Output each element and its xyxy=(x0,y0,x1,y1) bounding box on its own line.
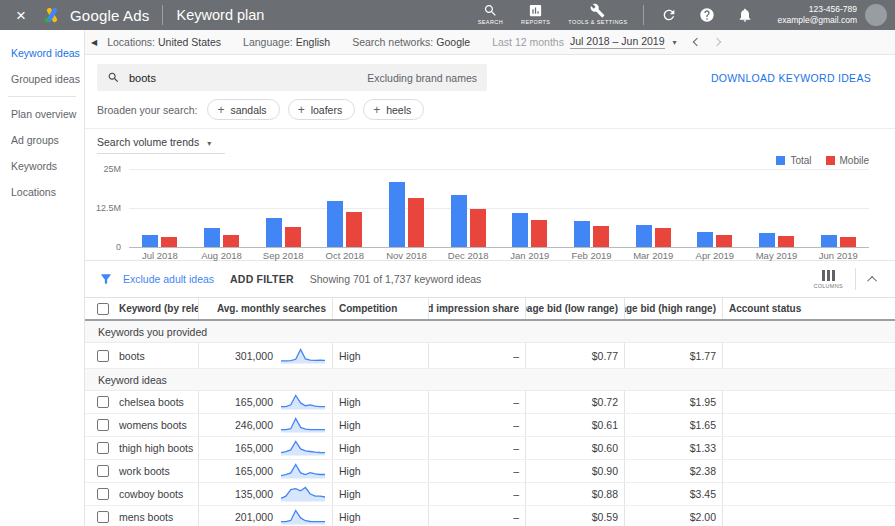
searches-value: 201,000 xyxy=(205,511,273,523)
tools-settings-label: TOOLS & SETTINGS xyxy=(568,19,627,26)
sidebar-item-keywords[interactable]: Keywords xyxy=(0,153,84,179)
column-header-top-of-page-bid-low-range-[interactable]: Top of page bid (low range) xyxy=(526,298,625,319)
account-status-cell xyxy=(723,437,895,459)
notifications-button[interactable] xyxy=(732,7,758,23)
row-select-cell xyxy=(85,437,113,459)
filter-icon[interactable] xyxy=(99,272,113,286)
bar-group-sep-2018 xyxy=(252,169,314,247)
setting-locations[interactable]: Locations:United States xyxy=(107,36,221,48)
keyword-search-input[interactable]: boots Excluding brand names xyxy=(97,64,487,91)
column-header-avg-monthly-searches[interactable]: Avg. monthly searches xyxy=(199,298,333,319)
bar-group-jun-2019 xyxy=(807,169,869,247)
sidebar-item-locations[interactable]: Locations xyxy=(0,179,84,205)
total-bar xyxy=(574,221,590,247)
previous-period-icon[interactable] xyxy=(692,38,700,46)
bid-low-cell: $0.60 xyxy=(526,437,625,459)
ad-impression-share-cell: – xyxy=(429,437,526,459)
broaden-chip-heels[interactable]: +heels xyxy=(363,99,424,120)
select-all-cell xyxy=(85,298,113,319)
collapse-panel-icon[interactable]: ◀ xyxy=(91,38,97,47)
column-header-keyword-by-relevance-[interactable]: Keyword (by relevance)↓ xyxy=(113,298,199,319)
avatar[interactable] xyxy=(865,4,887,26)
setting-search-networks[interactable]: Search networks:Google xyxy=(352,36,470,48)
sidebar-item-ad-groups[interactable]: Ad groups xyxy=(0,127,84,153)
account-email: example@gmail.com xyxy=(778,15,858,26)
x-axis-label: Apr 2019 xyxy=(684,250,746,261)
legend-item-total[interactable]: Total xyxy=(776,155,811,166)
sidebar-item-grouped-ideas[interactable]: Grouped ideas xyxy=(0,66,84,92)
mobile-bar xyxy=(531,220,547,247)
refresh-icon xyxy=(661,7,677,23)
sparkline-chart xyxy=(280,508,326,526)
column-header-ad-impression-share[interactable]: Ad impression share xyxy=(429,298,526,319)
column-header-competition[interactable]: Competition xyxy=(333,298,429,319)
row-checkbox[interactable] xyxy=(97,488,109,500)
collapse-chart-icon[interactable] xyxy=(867,275,877,285)
bid-low-cell: $0.59 xyxy=(526,506,625,526)
search-volume-trends-section: Search volume trends▾ TotalMobile 25M12.… xyxy=(85,129,895,261)
showing-count-text: Showing 701 of 1,737 keyword ideas xyxy=(310,273,482,285)
sidebar-item-keyword-ideas[interactable]: Keyword ideas xyxy=(0,40,84,66)
broaden-chip-loafers[interactable]: +loafers xyxy=(288,99,356,120)
chip-label: heels xyxy=(386,104,411,116)
tools-settings-button[interactable]: TOOLS & SETTINGS xyxy=(568,3,627,26)
broaden-label: Broaden your search: xyxy=(97,104,197,116)
help-button[interactable] xyxy=(694,7,720,23)
total-bar xyxy=(759,233,775,247)
bar-group-nov-2018 xyxy=(376,169,438,247)
reports-tool-button[interactable]: REPORTS xyxy=(521,3,550,26)
row-checkbox[interactable] xyxy=(97,511,109,523)
broaden-chip-sandals[interactable]: +sandals xyxy=(207,99,279,120)
download-keyword-ideas-link[interactable]: DOWNLOAD KEYWORD IDEAS xyxy=(711,72,871,84)
add-filter-button[interactable]: ADD FILTER xyxy=(230,273,294,285)
x-axis-label: Feb 2019 xyxy=(561,250,623,261)
columns-button[interactable]: COLUMNS xyxy=(813,270,843,289)
row-checkbox[interactable] xyxy=(97,442,109,454)
chart-legend: TotalMobile xyxy=(762,155,869,166)
sidebar-item-plan-overview[interactable]: Plan overview xyxy=(0,101,84,127)
mobile-bar xyxy=(655,228,671,247)
plus-icon: + xyxy=(217,103,224,117)
table-row: thigh high boots165,000High–$0.60$1.33 xyxy=(85,437,895,460)
plan-settings-bar: ◀ Locations:United States Language:Engli… xyxy=(85,30,895,55)
sparkline-chart xyxy=(280,347,326,365)
y-tick-label: 25M xyxy=(103,164,121,174)
mobile-bar xyxy=(346,212,362,247)
x-axis-label: Sep 2018 xyxy=(252,250,314,261)
close-icon[interactable]: × xyxy=(10,7,32,24)
exclude-adult-ideas-filter[interactable]: Exclude adult ideas xyxy=(123,273,214,285)
ad-impression-share-cell: – xyxy=(429,506,526,526)
y-tick-label: 12.5M xyxy=(96,203,121,213)
keyword-search-row: boots Excluding brand names DOWNLOAD KEY… xyxy=(85,55,895,99)
mobile-bar xyxy=(408,198,424,247)
row-checkbox[interactable] xyxy=(97,396,109,408)
table-row: womens boots246,000High–$0.61$1.65 xyxy=(85,414,895,437)
trends-dropdown[interactable]: Search volume trends▾ xyxy=(97,136,225,154)
account-status-cell xyxy=(723,343,895,368)
sidebar-nav: Keyword ideasGrouped ideasPlan overviewA… xyxy=(0,30,85,526)
brand-name[interactable]: Google Ads xyxy=(70,7,150,24)
date-range-value[interactable]: Jul 2018 – Jun 2019 xyxy=(570,35,665,49)
y-tick-label: 0 xyxy=(116,242,121,252)
next-period-icon[interactable] xyxy=(712,38,720,46)
search-tool-button[interactable]: SEARCH xyxy=(478,3,503,26)
reports-tool-label: REPORTS xyxy=(521,19,550,26)
row-checkbox[interactable] xyxy=(97,465,109,477)
total-bar xyxy=(697,232,713,247)
column-header-account-status[interactable]: Account status xyxy=(723,298,895,319)
search-tool-label: SEARCH xyxy=(478,19,503,26)
row-checkbox[interactable] xyxy=(97,350,109,362)
chevron-down-icon[interactable]: ▾ xyxy=(673,38,677,47)
setting-language[interactable]: Language:English xyxy=(243,36,330,48)
table-section-keyword-ideas: Keyword ideas xyxy=(85,369,895,391)
refresh-button[interactable] xyxy=(656,7,682,23)
columns-icon xyxy=(821,270,836,281)
trends-title-text: Search volume trends xyxy=(97,136,199,148)
account-info[interactable]: 123-456-789 example@gmail.com xyxy=(778,4,858,25)
legend-item-mobile[interactable]: Mobile xyxy=(826,155,869,166)
avg-monthly-searches-cell: 201,000 xyxy=(199,506,333,526)
bar-group-oct-2018 xyxy=(314,169,376,247)
select-all-checkbox[interactable] xyxy=(97,303,109,315)
column-header-top-of-page-bid-high-range-[interactable]: Top of page bid (high range) xyxy=(625,298,723,319)
row-checkbox[interactable] xyxy=(97,419,109,431)
